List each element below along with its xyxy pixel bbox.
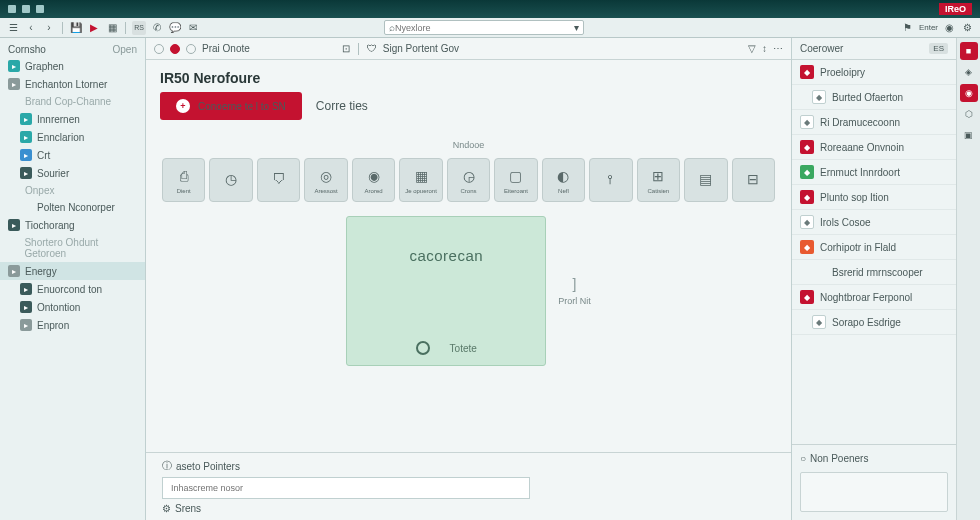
badge-icon[interactable]: RS <box>132 21 146 35</box>
folder-icon: ▸ <box>20 113 32 125</box>
panel-item[interactable]: ◆Noghtbroar Ferponol <box>792 285 956 310</box>
page-icon: ▤ <box>697 170 715 188</box>
sidebar-item[interactable]: ▸Innrernen <box>0 110 145 128</box>
sidebar-item[interactable]: ▸Ennclarion <box>0 128 145 146</box>
tool-window[interactable]: ⊞Catisien <box>637 158 680 202</box>
flag-icon[interactable]: ⚑ <box>901 21 915 35</box>
tool-dot[interactable]: ◉Arored <box>352 158 395 202</box>
sidebar-item-label: Innrernen <box>37 114 80 125</box>
more-icon[interactable]: ⋯ <box>773 43 783 54</box>
bottom-input[interactable] <box>162 477 530 499</box>
panel-item[interactable]: ◆Irols Cosoe <box>792 210 956 235</box>
play-icon[interactable]: ▶ <box>87 21 101 35</box>
sort-icon[interactable]: ↕ <box>762 43 767 54</box>
folder-icon: ▸ <box>8 60 20 72</box>
sidebar-item[interactable]: Polten Nconorper <box>0 199 145 216</box>
panel-badge[interactable]: ES <box>929 43 948 54</box>
sidebar-item[interactable]: Onpex <box>0 182 145 199</box>
tool-page[interactable]: ▤ <box>684 158 727 202</box>
rail-icon[interactable]: ▣ <box>960 126 978 144</box>
brand-logo: IReO <box>939 3 972 15</box>
panel-item[interactable]: ◆Corhipotr in Flald <box>792 235 956 260</box>
sidebar-item[interactable]: Brand Cop-Channe <box>0 93 145 110</box>
tool-label: Crons <box>460 188 476 194</box>
sidebar-item[interactable]: ▸Enchanton Ltorner <box>0 75 145 93</box>
primary-cta-button[interactable]: + Conoerne te l to SN <box>160 92 302 120</box>
panel-item[interactable]: ◆Ri Dramucecoonn <box>792 110 956 135</box>
dropdown-icon[interactable]: ▾ <box>574 22 579 33</box>
ring-icon: ◎ <box>317 167 335 185</box>
panel-item-label: Noghtbroar Ferponol <box>820 292 912 303</box>
dimension-label: Prorl Nit <box>558 296 591 306</box>
right-panel: Coerower ES ◆Proeloipry◆Burted Ofaerton◆… <box>792 38 956 520</box>
panel-item[interactable]: ◆Burted Ofaerton <box>792 85 956 110</box>
panel-item[interactable]: ◆Ernmuct Innrdoort <box>792 160 956 185</box>
panel-item-label: Roreaane Onvnoin <box>820 142 904 153</box>
filter-icon[interactable]: ▽ <box>748 43 756 54</box>
sidebar-item-label: Onpex <box>25 185 54 196</box>
record-icon[interactable] <box>154 44 164 54</box>
half-icon: ◐ <box>554 167 572 185</box>
grid-icon[interactable]: ▦ <box>105 21 119 35</box>
properties-box[interactable] <box>800 472 948 512</box>
sidebar-item-label: Polten Nconorper <box>37 202 115 213</box>
tool-clock[interactable]: ◷ <box>209 158 252 202</box>
item-icon <box>812 265 826 279</box>
sidebar-item[interactable]: ▸Sourier <box>0 164 145 182</box>
rail-icon[interactable]: ◉ <box>960 84 978 102</box>
tool-box[interactable]: ▢Eiteroant <box>494 158 537 202</box>
user-icon[interactable]: ◉ <box>942 21 956 35</box>
search-input[interactable] <box>395 23 574 33</box>
main-toolbar: Prai Onote ⊡ 🛡 Sign Portent Gov ▽ ↕ ⋯ <box>146 38 791 60</box>
panel-item[interactable]: Bsrerid rmrnscooper <box>792 260 956 285</box>
rail-icon[interactable]: ◈ <box>960 63 978 81</box>
back-icon[interactable]: ‹ <box>24 21 38 35</box>
tool-clock2[interactable]: ◶Crons <box>447 158 490 202</box>
sidebar-item[interactable]: ▸Enpron <box>0 316 145 334</box>
sidebar-header: Cornsho Open <box>0 42 145 57</box>
tool-chart[interactable]: ⫯ <box>589 158 632 202</box>
sidebar-item-label: Enpron <box>37 320 69 331</box>
panel-item[interactable]: ◆Sorapo Esdrige <box>792 310 956 335</box>
chat-icon[interactable]: 💬 <box>168 21 182 35</box>
rail-icon[interactable]: ⬡ <box>960 105 978 123</box>
canvas-area: Nndooe ⎙Dient◷⛉◎Aressost◉Arored▦Je opuer… <box>146 130 791 452</box>
search-box[interactable]: ⌕ ▾ <box>384 20 584 35</box>
panel-item-label: Ernmuct Innrdoort <box>820 167 900 178</box>
sidebar-item[interactable]: ▸Tiochorang <box>0 216 145 234</box>
tool-grid[interactable]: ▦Je opueront <box>399 158 442 202</box>
panel-item[interactable]: ◆Plunto sop Ition <box>792 185 956 210</box>
sidebar-item[interactable]: ▸Ontontion <box>0 298 145 316</box>
tool-half[interactable]: ◐Nefl <box>542 158 585 202</box>
window-control-icon <box>36 5 44 13</box>
save-icon[interactable]: 💾 <box>69 21 83 35</box>
tool-grid2[interactable]: ⊟ <box>732 158 775 202</box>
item-icon: ◆ <box>800 215 814 229</box>
sidebar-item[interactable]: ▸Enuorcond ton <box>0 280 145 298</box>
tool-ring[interactable]: ◎Aressost <box>304 158 347 202</box>
dot-icon[interactable] <box>186 44 196 54</box>
bottom-bar: ⓘ aseto Pointers ⚙ Srens <box>146 452 791 520</box>
sidebar-item-label: Enchanton Ltorner <box>25 79 107 90</box>
tool-camera[interactable]: ⎙Dient <box>162 158 205 202</box>
bottom-meta: ⓘ aseto Pointers <box>162 459 775 473</box>
rail-icon[interactable]: ■ <box>960 42 978 60</box>
tool-shield[interactable]: ⛉ <box>257 158 300 202</box>
breadcrumb: Sign Portent Gov <box>383 43 459 54</box>
folder-icon: ▸ <box>20 283 32 295</box>
sidebar-item[interactable]: ▸Crt <box>0 146 145 164</box>
ring-icon <box>416 341 430 355</box>
sidebar-item[interactable]: Shortero Ohdunt Getoroen <box>0 234 145 262</box>
phone-icon[interactable]: ✆ <box>150 21 164 35</box>
sidebar-item[interactable]: ▸Energy <box>0 262 145 280</box>
panel-item[interactable]: ◆Roreaane Onvnoin <box>792 135 956 160</box>
forward-icon[interactable]: › <box>42 21 56 35</box>
sidebar-item[interactable]: ▸Graphen <box>0 57 145 75</box>
panel-item-label: Bsrerid rmrnscooper <box>832 267 923 278</box>
gear-icon[interactable]: ⚙ <box>960 21 974 35</box>
menu-icon[interactable]: ☰ <box>6 21 20 35</box>
breadcrumb: Prai Onote <box>202 43 250 54</box>
panel-item[interactable]: ◆Proeloipry <box>792 60 956 85</box>
mail-icon[interactable]: ✉ <box>186 21 200 35</box>
canvas[interactable]: cacorecan Totete <box>346 216 546 366</box>
